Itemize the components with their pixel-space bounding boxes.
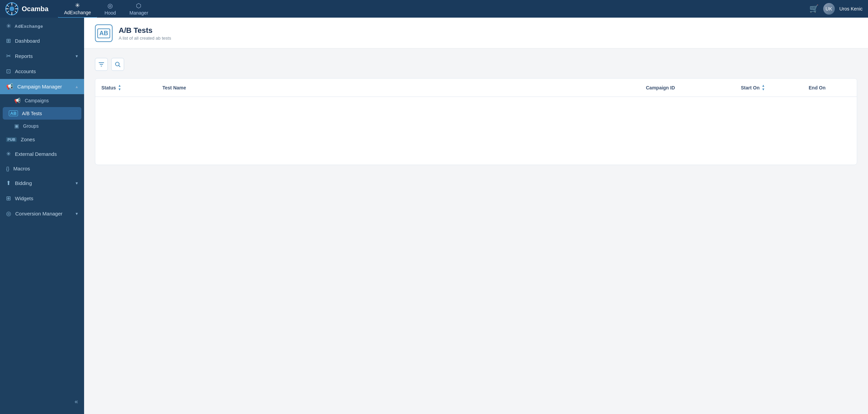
svg-line-9 <box>7 11 9 13</box>
column-end-on-label: End On <box>809 85 826 90</box>
sidebar-item-conversion-manager-label: Conversion Manager <box>15 211 62 216</box>
accounts-icon: ⊡ <box>6 68 11 75</box>
sidebar-section-icon: ✳ <box>6 22 11 30</box>
table-container: Status ▲ ▼ Test Name Campaign ID Start O… <box>95 78 857 165</box>
page-header: AB A/B Tests A list of all created ab te… <box>84 18 868 48</box>
widgets-icon: ⊞ <box>6 195 11 202</box>
main-layout: ✳ AdExchange ⊞ Dashboard ✂ Reports ▾ ⊡ A… <box>0 18 868 414</box>
sidebar-item-dashboard[interactable]: ⊞ Dashboard <box>0 33 84 48</box>
logo-text: Ocamba <box>22 5 48 13</box>
manager-icon: ⬡ <box>136 2 141 9</box>
sidebar-item-conversion-manager[interactable]: ◎ Conversion Manager ▾ <box>0 206 84 221</box>
filter-icon <box>98 61 104 67</box>
sidebar-sub-groups-label: Groups <box>23 123 39 129</box>
top-nav-items: ✳ AdExchange ◎ Hood ⬡ Manager <box>58 0 809 18</box>
column-start-on-label: Start On <box>741 85 760 90</box>
sidebar-item-widgets[interactable]: ⊞ Widgets <box>0 191 84 206</box>
bidding-arrow: ▾ <box>76 181 78 186</box>
cart-icon[interactable]: 🛒 <box>809 4 818 13</box>
campaign-manager-icon: 📢 <box>6 83 13 90</box>
start-on-sort-icon: ▲ ▼ <box>762 84 765 91</box>
sidebar-item-accounts-label: Accounts <box>15 68 36 74</box>
sidebar-section-title: AdExchange <box>15 24 43 29</box>
top-nav-manager[interactable]: ⬡ Manager <box>123 0 154 18</box>
svg-line-11 <box>119 65 120 67</box>
column-test-name: Test Name <box>156 79 640 97</box>
sidebar-item-campaign-manager[interactable]: 📢 Campaign Manager ▴ <box>0 79 84 94</box>
sidebar-item-zones[interactable]: PUB Zones <box>0 132 84 146</box>
sidebar-sub-campaigns[interactable]: 📢 Campaigns <box>0 94 84 107</box>
sidebar-item-reports-label: Reports <box>15 53 33 59</box>
column-campaign-id: Campaign ID <box>640 79 735 97</box>
dashboard-icon: ⊞ <box>6 37 11 44</box>
reports-icon: ✂ <box>6 53 11 60</box>
sidebar-sub-campaigns-label: Campaigns <box>25 98 49 103</box>
search-button[interactable] <box>111 58 124 71</box>
avatar-image: UK <box>823 3 835 15</box>
top-nav-right: 🛒 UK Uros Kenic <box>809 3 863 15</box>
ab-tests-sub-icon: AB <box>9 110 18 116</box>
column-end-on: End On <box>803 79 857 97</box>
ab-tests-icon: AB <box>97 28 110 38</box>
content: AB A/B Tests A list of all created ab te… <box>84 18 868 414</box>
avatar[interactable]: UK <box>823 3 835 15</box>
sidebar-item-macros-label: Macros <box>13 166 30 171</box>
top-nav: Ocamba ✳ AdExchange ◎ Hood ⬡ Manager 🛒 U… <box>0 0 868 18</box>
adexchange-icon: ✳ <box>75 2 80 9</box>
sidebar-item-widgets-label: Widgets <box>15 195 33 201</box>
conversion-manager-arrow: ▾ <box>76 211 78 216</box>
sidebar-collapse-button[interactable]: « <box>75 398 78 405</box>
logo-icon <box>5 2 18 15</box>
hood-icon: ◎ <box>107 2 113 9</box>
campaigns-sub-icon: 📢 <box>14 98 21 104</box>
sidebar-item-external-demands-label: External Demands <box>15 151 57 157</box>
groups-sub-icon: ▣ <box>14 123 19 129</box>
conversion-manager-icon: ◎ <box>6 210 11 217</box>
column-status[interactable]: Status ▲ ▼ <box>95 79 156 97</box>
sidebar-item-dashboard-label: Dashboard <box>15 38 40 44</box>
svg-line-8 <box>15 5 17 7</box>
top-nav-hood[interactable]: ◎ Hood <box>98 0 122 18</box>
page-subtitle: A list of all created ab tests <box>119 36 171 41</box>
sidebar-item-reports[interactable]: ✂ Reports ▾ <box>0 48 84 64</box>
sidebar-sub-groups[interactable]: ▣ Groups <box>0 120 84 132</box>
sidebar-item-macros[interactable]: {} Macros <box>0 162 84 175</box>
sidebar-header: ✳ AdExchange <box>0 18 84 33</box>
user-name[interactable]: Uros Kenic <box>840 6 863 12</box>
macros-icon: {} <box>6 166 9 171</box>
column-start-on[interactable]: Start On ▲ ▼ <box>735 79 803 97</box>
column-campaign-id-label: Campaign ID <box>646 85 675 90</box>
sidebar-sub-ab-tests[interactable]: AB A/B Tests <box>3 107 81 120</box>
zones-icon: PUB <box>6 137 17 142</box>
sidebar-sub-ab-tests-label: A/B Tests <box>22 111 42 116</box>
column-status-label: Status <box>101 85 116 90</box>
page-header-text: A/B Tests A list of all created ab tests <box>119 26 171 41</box>
sidebar-item-bidding-label: Bidding <box>15 180 32 186</box>
content-body: Status ▲ ▼ Test Name Campaign ID Start O… <box>84 48 868 414</box>
svg-line-6 <box>7 5 9 7</box>
top-nav-manager-label: Manager <box>130 10 148 16</box>
sidebar-item-accounts[interactable]: ⊡ Accounts <box>0 64 84 79</box>
sidebar-item-zones-label: Zones <box>21 137 35 142</box>
status-sort-icon: ▲ ▼ <box>118 84 121 91</box>
external-demands-icon: ✳ <box>6 150 11 158</box>
page-header-icon: AB <box>95 24 113 42</box>
sidebar: ✳ AdExchange ⊞ Dashboard ✂ Reports ▾ ⊡ A… <box>0 18 84 414</box>
top-nav-adexchange-label: AdExchange <box>64 10 91 15</box>
column-test-name-label: Test Name <box>162 85 186 90</box>
reports-arrow: ▾ <box>76 54 78 59</box>
sidebar-bottom: « <box>0 393 84 410</box>
top-nav-hood-label: Hood <box>104 10 116 16</box>
svg-point-1 <box>9 6 14 11</box>
table-header: Status ▲ ▼ Test Name Campaign ID Start O… <box>95 79 857 97</box>
toolbar <box>95 58 857 71</box>
sidebar-item-external-demands[interactable]: ✳ External Demands <box>0 146 84 162</box>
campaign-manager-arrow: ▴ <box>76 84 78 89</box>
page-title: A/B Tests <box>119 26 171 35</box>
search-icon <box>115 61 121 67</box>
top-nav-adexchange[interactable]: ✳ AdExchange <box>58 0 97 18</box>
filter-button[interactable] <box>95 58 108 71</box>
sidebar-item-bidding[interactable]: ⬆ Bidding ▾ <box>0 175 84 191</box>
logo[interactable]: Ocamba <box>5 2 48 15</box>
table-body <box>95 97 857 165</box>
